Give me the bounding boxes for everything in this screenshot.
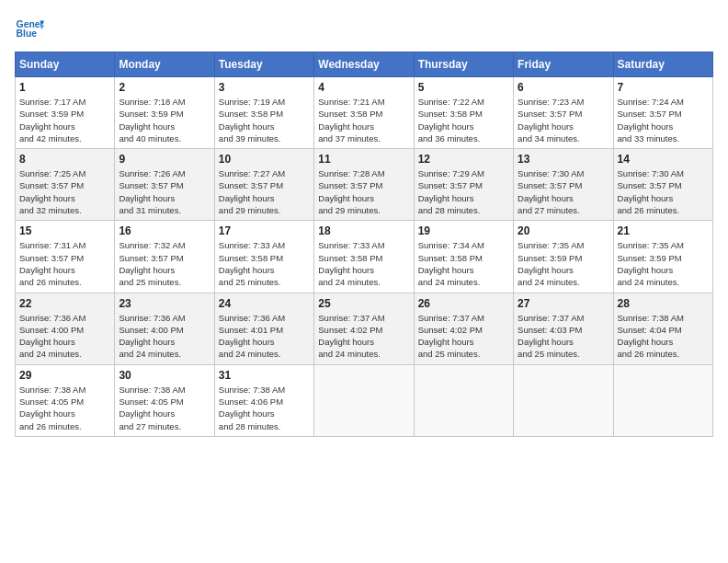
day-number: 3 (219, 81, 310, 94)
calendar-cell: 20 Sunrise: 7:35 AM Sunset: 3:59 PM Dayl… (514, 221, 613, 293)
day-detail: Sunrise: 7:37 AM Sunset: 4:03 PM Dayligh… (518, 312, 609, 361)
day-detail: Sunrise: 7:30 AM Sunset: 3:57 PM Dayligh… (618, 167, 709, 216)
day-number: 8 (19, 153, 110, 166)
day-detail: Sunrise: 7:36 AM Sunset: 4:00 PM Dayligh… (19, 312, 110, 361)
day-detail: Sunrise: 7:24 AM Sunset: 3:57 PM Dayligh… (618, 96, 709, 144)
calendar-cell (314, 364, 414, 436)
day-detail: Sunrise: 7:32 AM Sunset: 3:57 PM Dayligh… (119, 239, 210, 288)
day-detail: Sunrise: 7:22 AM Sunset: 3:58 PM Dayligh… (418, 96, 509, 144)
day-detail: Sunrise: 7:38 AM Sunset: 4:04 PM Dayligh… (618, 312, 709, 361)
day-number: 14 (618, 153, 709, 166)
calendar-cell: 16 Sunrise: 7:32 AM Sunset: 3:57 PM Dayl… (115, 221, 214, 293)
calendar-cell: 5 Sunrise: 7:22 AM Sunset: 3:58 PM Dayli… (414, 77, 513, 149)
day-number: 10 (219, 153, 310, 166)
calendar-cell: 25 Sunrise: 7:37 AM Sunset: 4:02 PM Dayl… (314, 293, 414, 364)
day-detail: Sunrise: 7:30 AM Sunset: 3:57 PM Dayligh… (518, 167, 609, 216)
day-number: 17 (219, 224, 310, 237)
calendar-cell: 22 Sunrise: 7:36 AM Sunset: 4:00 PM Dayl… (16, 293, 115, 364)
day-detail: Sunrise: 7:35 AM Sunset: 3:59 PM Dayligh… (518, 239, 609, 288)
week-row-1: 1 Sunrise: 7:17 AM Sunset: 3:59 PM Dayli… (16, 77, 713, 149)
logo-icon: General Blue (15, 15, 44, 44)
day-detail: Sunrise: 7:28 AM Sunset: 3:57 PM Dayligh… (318, 167, 409, 216)
day-detail: Sunrise: 7:19 AM Sunset: 3:58 PM Dayligh… (219, 96, 310, 144)
calendar-cell: 17 Sunrise: 7:33 AM Sunset: 3:58 PM Dayl… (214, 221, 313, 293)
calendar-cell: 8 Sunrise: 7:25 AM Sunset: 3:57 PM Dayli… (16, 149, 115, 221)
calendar-cell: 28 Sunrise: 7:38 AM Sunset: 4:04 PM Dayl… (613, 293, 712, 364)
page-header: General Blue (15, 15, 713, 44)
calendar-cell: 23 Sunrise: 7:36 AM Sunset: 4:00 PM Dayl… (115, 293, 214, 364)
day-detail: Sunrise: 7:21 AM Sunset: 3:58 PM Dayligh… (318, 96, 409, 144)
header-tuesday: Tuesday (214, 52, 313, 77)
calendar-cell (613, 364, 712, 436)
day-number: 29 (19, 369, 110, 382)
day-number: 23 (119, 297, 210, 310)
day-detail: Sunrise: 7:37 AM Sunset: 4:02 PM Dayligh… (418, 312, 509, 361)
header-sunday: Sunday (16, 52, 115, 77)
day-detail: Sunrise: 7:38 AM Sunset: 4:05 PM Dayligh… (119, 384, 210, 432)
day-detail: Sunrise: 7:23 AM Sunset: 3:57 PM Dayligh… (518, 96, 609, 144)
calendar-cell (414, 364, 513, 436)
day-number: 7 (618, 81, 709, 94)
day-detail: Sunrise: 7:38 AM Sunset: 4:06 PM Dayligh… (219, 384, 310, 432)
day-number: 27 (518, 297, 609, 310)
day-detail: Sunrise: 7:29 AM Sunset: 3:57 PM Dayligh… (418, 167, 509, 216)
calendar-cell: 18 Sunrise: 7:33 AM Sunset: 3:58 PM Dayl… (314, 221, 414, 293)
day-detail: Sunrise: 7:18 AM Sunset: 3:59 PM Dayligh… (119, 96, 210, 144)
week-row-5: 29 Sunrise: 7:38 AM Sunset: 4:05 PM Dayl… (16, 364, 713, 436)
day-detail: Sunrise: 7:37 AM Sunset: 4:02 PM Dayligh… (318, 312, 409, 361)
week-row-3: 15 Sunrise: 7:31 AM Sunset: 3:57 PM Dayl… (16, 221, 713, 293)
calendar-cell: 1 Sunrise: 7:17 AM Sunset: 3:59 PM Dayli… (16, 77, 115, 149)
calendar-cell: 9 Sunrise: 7:26 AM Sunset: 3:57 PM Dayli… (115, 149, 214, 221)
day-number: 2 (119, 81, 210, 94)
calendar-header-row: SundayMondayTuesdayWednesdayThursdayFrid… (16, 52, 713, 77)
day-number: 19 (418, 224, 509, 237)
day-number: 25 (318, 297, 409, 310)
header-wednesday: Wednesday (314, 52, 414, 77)
calendar-cell (514, 364, 613, 436)
day-number: 18 (318, 224, 409, 237)
day-number: 28 (618, 297, 709, 310)
day-number: 26 (418, 297, 509, 310)
calendar-cell: 14 Sunrise: 7:30 AM Sunset: 3:57 PM Dayl… (613, 149, 712, 221)
day-number: 9 (119, 153, 210, 166)
calendar-cell: 3 Sunrise: 7:19 AM Sunset: 3:58 PM Dayli… (214, 77, 313, 149)
day-number: 22 (19, 297, 110, 310)
calendar-cell: 29 Sunrise: 7:38 AM Sunset: 4:05 PM Dayl… (16, 364, 115, 436)
day-number: 5 (418, 81, 509, 94)
day-number: 1 (19, 81, 110, 94)
day-number: 6 (518, 81, 609, 94)
calendar-cell: 6 Sunrise: 7:23 AM Sunset: 3:57 PM Dayli… (514, 77, 613, 149)
day-number: 21 (618, 224, 709, 237)
calendar-cell: 15 Sunrise: 7:31 AM Sunset: 3:57 PM Dayl… (16, 221, 115, 293)
day-detail: Sunrise: 7:31 AM Sunset: 3:57 PM Dayligh… (19, 239, 110, 288)
calendar-cell: 7 Sunrise: 7:24 AM Sunset: 3:57 PM Dayli… (613, 77, 712, 149)
day-detail: Sunrise: 7:17 AM Sunset: 3:59 PM Dayligh… (19, 96, 110, 144)
day-detail: Sunrise: 7:35 AM Sunset: 3:59 PM Dayligh… (618, 239, 709, 288)
calendar-cell: 19 Sunrise: 7:34 AM Sunset: 3:58 PM Dayl… (414, 221, 513, 293)
svg-text:Blue: Blue (17, 29, 38, 39)
day-detail: Sunrise: 7:27 AM Sunset: 3:57 PM Dayligh… (219, 167, 310, 216)
calendar-cell: 26 Sunrise: 7:37 AM Sunset: 4:02 PM Dayl… (414, 293, 513, 364)
day-number: 24 (219, 297, 310, 310)
calendar-cell: 4 Sunrise: 7:21 AM Sunset: 3:58 PM Dayli… (314, 77, 414, 149)
day-number: 4 (318, 81, 409, 94)
calendar-cell: 30 Sunrise: 7:38 AM Sunset: 4:05 PM Dayl… (115, 364, 214, 436)
day-detail: Sunrise: 7:33 AM Sunset: 3:58 PM Dayligh… (318, 239, 409, 288)
header-saturday: Saturday (613, 52, 712, 77)
day-detail: Sunrise: 7:34 AM Sunset: 3:58 PM Dayligh… (418, 239, 509, 288)
calendar-cell: 24 Sunrise: 7:36 AM Sunset: 4:01 PM Dayl… (214, 293, 313, 364)
calendar-cell: 2 Sunrise: 7:18 AM Sunset: 3:59 PM Dayli… (115, 77, 214, 149)
logo: General Blue (15, 15, 44, 44)
day-detail: Sunrise: 7:36 AM Sunset: 4:00 PM Dayligh… (119, 312, 210, 361)
calendar-cell: 10 Sunrise: 7:27 AM Sunset: 3:57 PM Dayl… (214, 149, 313, 221)
day-number: 13 (518, 153, 609, 166)
calendar-cell: 27 Sunrise: 7:37 AM Sunset: 4:03 PM Dayl… (514, 293, 613, 364)
day-detail: Sunrise: 7:38 AM Sunset: 4:05 PM Dayligh… (19, 384, 110, 432)
day-number: 31 (219, 369, 310, 382)
calendar-cell: 12 Sunrise: 7:29 AM Sunset: 3:57 PM Dayl… (414, 149, 513, 221)
week-row-2: 8 Sunrise: 7:25 AM Sunset: 3:57 PM Dayli… (16, 149, 713, 221)
header-thursday: Thursday (414, 52, 513, 77)
day-detail: Sunrise: 7:33 AM Sunset: 3:58 PM Dayligh… (219, 239, 310, 288)
day-detail: Sunrise: 7:25 AM Sunset: 3:57 PM Dayligh… (19, 167, 110, 216)
day-number: 12 (418, 153, 509, 166)
